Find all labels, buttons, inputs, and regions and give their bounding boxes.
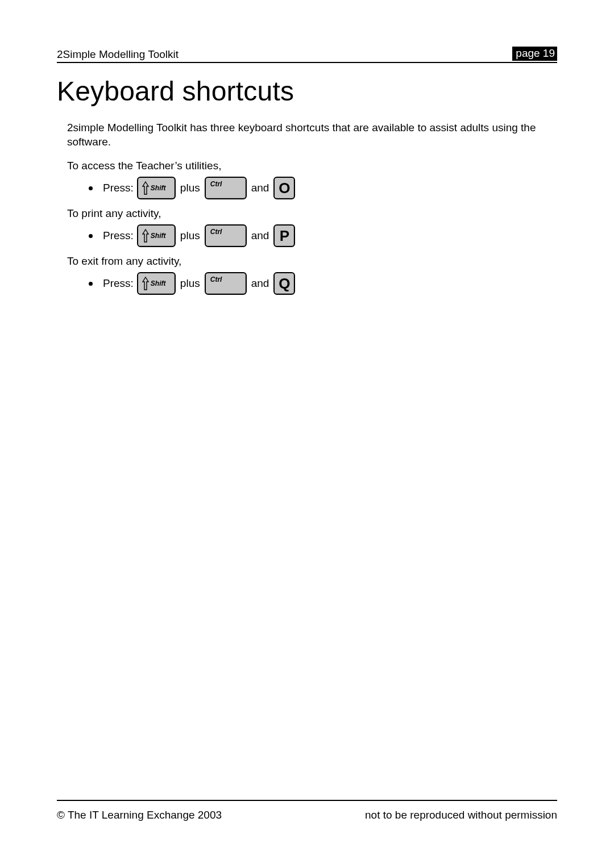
footer-notice: not to be reproduced without permission xyxy=(365,809,557,821)
shift-key: Shift xyxy=(137,224,176,247)
bullet-icon xyxy=(89,234,93,238)
letter-key: P xyxy=(273,224,295,247)
shortcut-label: To access the Teacher’s utilities, xyxy=(67,160,557,172)
connector-and: and xyxy=(251,229,269,242)
connector-plus: plus xyxy=(180,229,200,242)
press-label: Press: xyxy=(103,182,134,194)
shift-key-label: Shift xyxy=(151,184,166,192)
shortcut-label: To exit from any activity, xyxy=(67,255,557,268)
connector-and: and xyxy=(251,182,269,194)
page-heading: Keyboard shortcuts xyxy=(57,76,557,107)
press-label: Press: xyxy=(103,229,134,242)
shift-arrow-icon xyxy=(142,276,150,291)
ctrl-key-label: Ctrl xyxy=(210,180,222,188)
shift-key: Shift xyxy=(137,272,176,295)
intro-paragraph: 2simple Modelling Toolkit has three keyb… xyxy=(67,120,557,149)
press-label: Press: xyxy=(103,277,134,290)
shortcut-row: Press: Shift plus Ctrl and P xyxy=(89,224,557,247)
shortcut-label: To print any activity, xyxy=(67,207,557,220)
connector-plus: plus xyxy=(180,182,200,194)
letter-key-label: P xyxy=(280,227,289,245)
page-number-badge: page 19 xyxy=(512,47,557,61)
letter-key: O xyxy=(273,177,295,199)
ctrl-key-label: Ctrl xyxy=(210,228,222,236)
shift-arrow-icon xyxy=(142,228,150,243)
shift-key: Shift xyxy=(137,177,176,199)
letter-key: Q xyxy=(273,272,295,295)
shortcut-row: Press: Shift plus Ctrl and O xyxy=(89,177,557,199)
page-footer: © The IT Learning Exchange 2003 not to b… xyxy=(57,800,557,821)
footer-copyright: © The IT Learning Exchange 2003 xyxy=(57,809,222,821)
bullet-icon xyxy=(89,186,93,190)
ctrl-key: Ctrl xyxy=(205,177,247,199)
shift-key-label: Shift xyxy=(151,279,166,287)
ctrl-key-label: Ctrl xyxy=(210,276,222,283)
connector-and: and xyxy=(251,277,269,290)
connector-plus: plus xyxy=(180,277,200,290)
page-header: 2Simple Modelling Toolkit page 19 xyxy=(57,47,557,63)
shift-key-label: Shift xyxy=(151,232,166,240)
ctrl-key: Ctrl xyxy=(205,224,247,247)
ctrl-key: Ctrl xyxy=(205,272,247,295)
bullet-icon xyxy=(89,282,93,286)
letter-key-label: Q xyxy=(279,275,290,293)
doc-title: 2Simple Modelling Toolkit xyxy=(57,48,179,61)
shift-arrow-icon xyxy=(142,181,150,195)
shortcut-row: Press: Shift plus Ctrl and Q xyxy=(89,272,557,295)
letter-key-label: O xyxy=(279,180,290,197)
